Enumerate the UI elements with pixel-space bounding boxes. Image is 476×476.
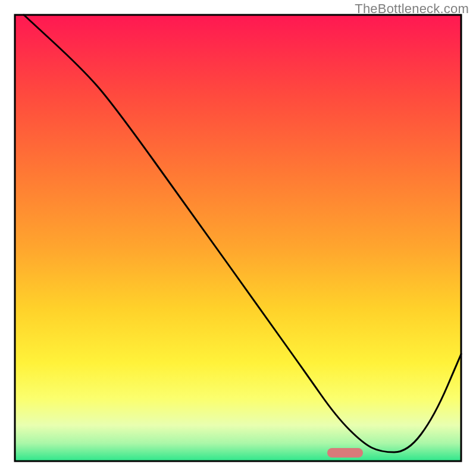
chart-svg — [0, 0, 476, 476]
bottleneck-chart — [0, 0, 476, 476]
watermark-text: TheBottleneck.com — [355, 1, 469, 17]
chart-background — [15, 15, 461, 461]
optimum-marker — [327, 448, 363, 458]
